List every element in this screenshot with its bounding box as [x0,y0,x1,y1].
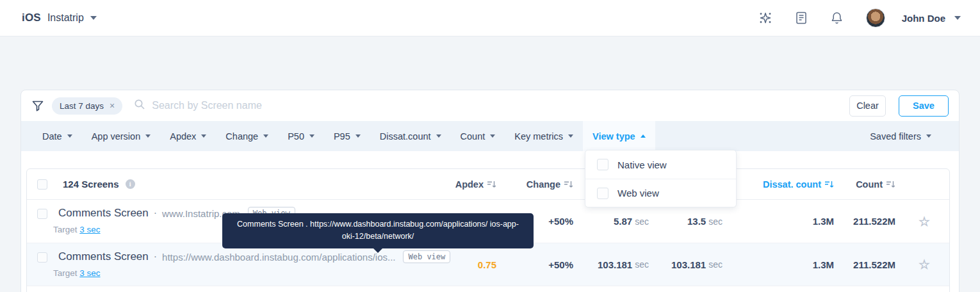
checkbox[interactable] [597,159,608,170]
release-notes-icon[interactable] [794,11,808,25]
cell-dissat-count: 1.3M [813,243,834,286]
filter-menu-date[interactable]: Date [33,121,82,151]
user-menu[interactable]: John Doe [866,8,961,28]
screen-name[interactable]: Comments Screen [58,250,149,263]
filter-funnel-icon [31,99,44,112]
chevron-down-icon [67,134,72,138]
chevron-down-icon [145,134,151,138]
chevron-down-icon [90,16,97,20]
sort-icon-active [825,181,834,188]
table-row[interactable]: Comments Screen · https://www.dashboard.… [27,243,949,286]
dropdown-option-web-view[interactable]: Web view [585,179,736,207]
filter-menu-change[interactable]: Change [216,121,278,151]
filter-menu-app-version[interactable]: App version [82,121,161,151]
view-type-tag: Web view [403,250,450,263]
chevron-down-icon [436,134,441,138]
chevron-down-icon [954,16,961,20]
chevron-down-icon [568,134,573,138]
sort-icon [886,181,895,188]
chevron-down-icon [201,134,206,138]
cell-change: +50% [548,243,573,286]
cell-apdex: 0.75 [478,243,496,286]
cell-p95: 103.181sec [671,243,723,286]
view-type-dropdown: Native view Web view [585,150,737,207]
top-bar: iOS Instatrip John Doe [0,0,980,36]
filter-menu-apdex[interactable]: Apdex [160,121,216,151]
chip-remove-icon[interactable]: × [110,101,115,110]
chevron-down-icon [263,134,268,138]
clear-button[interactable]: Clear [849,95,886,117]
whats-new-icon[interactable] [758,11,772,25]
filter-menu-dissat-count[interactable]: Dissat.count [370,121,451,151]
chevron-up-icon [641,134,646,138]
favorite-star-icon[interactable]: ☆ [919,258,930,271]
app-name-label: Instatrip [47,12,84,24]
saved-filters-menu[interactable]: Saved filters [860,121,941,151]
filter-menu-row: Date App version Apdex Change P50 P95 Di… [21,121,959,151]
table-header-row: 124 Screens i Apdex Change P50 [27,169,949,200]
filter-bar: Last 7 days × Clear Save [21,90,959,121]
target-link[interactable]: 3 sec [79,225,100,234]
cell-count: 211.522M [853,243,895,286]
url-tooltip: Comments Screen . https://www.dashboard.… [222,213,534,248]
column-header-apdex[interactable]: Apdex [455,169,496,199]
chevron-down-icon [926,134,931,138]
cell-change: +50% [548,200,573,243]
chip-label: Last 7 days [60,101,104,111]
chevron-down-icon [309,134,314,138]
filter-menu-p95[interactable]: P95 [324,121,370,151]
target-label: Target [53,225,78,234]
filter-menu-key-metrics[interactable]: Key metrics [505,121,583,151]
date-filter-chip[interactable]: Last 7 days × [52,97,122,115]
cell-dissat-count: 1.3M [813,200,834,243]
filter-menu-count[interactable]: Count [451,121,505,151]
filters-card: Last 7 days × Clear Save Date App versio… [20,90,960,292]
avatar [866,8,885,28]
search-icon [134,99,145,113]
sort-icon [564,181,573,188]
column-header-count[interactable]: Count [856,169,895,199]
cell-p50: 103.181sec [598,243,649,286]
table-title: 124 Screens [63,179,119,190]
select-all-checkbox[interactable] [37,179,47,190]
info-icon[interactable]: i [126,179,135,189]
checkbox[interactable] [597,188,608,199]
platform-label: iOS [22,12,41,24]
save-button[interactable]: Save [899,95,949,117]
chevron-down-icon [490,134,495,138]
search-input[interactable] [152,100,849,111]
sort-icon [487,181,496,188]
target-link[interactable]: 3 sec [79,268,100,278]
target-label: Target [53,268,78,278]
dropdown-option-native-view[interactable]: Native view [585,150,736,179]
chevron-down-icon [355,134,361,138]
table-row [27,286,949,292]
app-switcher[interactable]: iOS Instatrip [22,12,97,24]
screen-name[interactable]: Comments Screen [58,207,149,220]
filter-menu-p50[interactable]: P50 [278,121,324,151]
favorite-star-icon[interactable]: ☆ [919,215,930,228]
column-header-change[interactable]: Change [527,169,573,199]
filter-menu-view-type[interactable]: View type [583,121,655,151]
user-name-label: John Doe [902,13,945,24]
column-header-dissat-count[interactable]: Dissat. count [763,169,834,199]
notifications-bell-icon[interactable] [830,11,844,25]
screen-url: https://www.dashboard.instabug.com/appli… [162,252,395,263]
cell-count: 211.522M [853,200,895,243]
